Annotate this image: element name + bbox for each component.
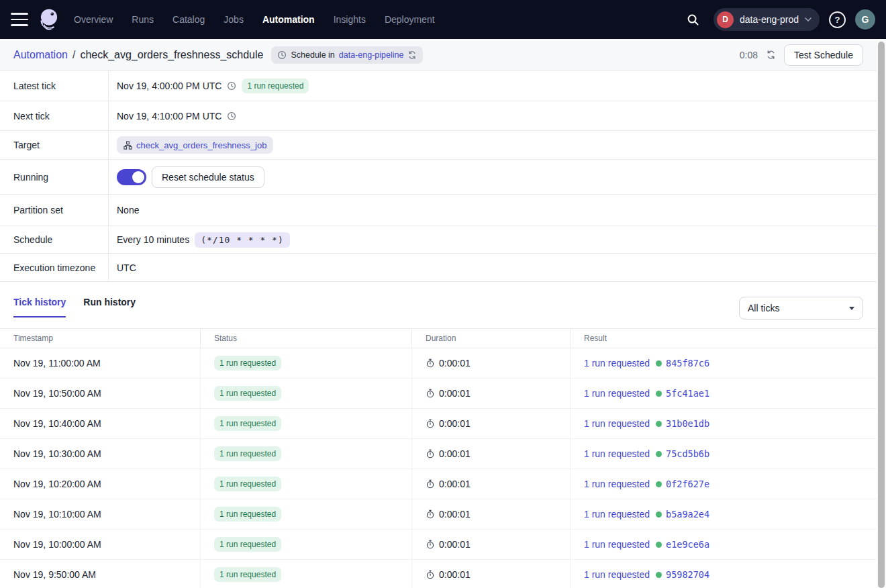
code-location-link[interactable]: data-eng-pipeline xyxy=(339,50,404,60)
tick-result-link[interactable]: 1 run requested xyxy=(584,448,650,459)
table-row: Nov 19, 10:10:00 AM 1 run requested 0:00… xyxy=(0,499,877,530)
tick-timestamp: Nov 19, 10:30:00 AM xyxy=(13,448,101,459)
stopwatch-icon xyxy=(426,358,435,368)
tick-filter-dropdown[interactable]: All ticks xyxy=(739,297,863,320)
tick-status-badge: 1 run requested xyxy=(214,446,281,461)
tick-table-rows: Nov 19, 11:00:00 AM 1 run requested 0:00… xyxy=(0,348,877,588)
nav-item-insights[interactable]: Insights xyxy=(334,14,366,25)
run-status-dot xyxy=(656,481,662,487)
schedule-description: Every 10 minutes xyxy=(117,234,189,245)
tick-status-badge: 1 run requested xyxy=(214,416,281,431)
running-label: Running xyxy=(0,160,109,194)
primary-nav: Overview Runs Catalog Jobs Automation In… xyxy=(74,14,435,25)
latest-tick-status-badge: 1 run requested xyxy=(242,79,309,93)
tick-result-link[interactable]: 1 run requested xyxy=(584,358,650,369)
test-schedule-button[interactable]: Test Schedule xyxy=(784,44,863,66)
nav-item-deployment[interactable]: Deployment xyxy=(385,14,435,25)
tick-filter-value: All ticks xyxy=(748,303,779,313)
nav-item-jobs[interactable]: Jobs xyxy=(224,14,244,25)
workspace-name: data-eng-prod xyxy=(740,14,799,25)
col-header-result: Result xyxy=(571,329,877,348)
stopwatch-icon xyxy=(426,449,435,458)
next-tick-value: Nov 19, 4:10:00 PM UTC xyxy=(117,111,222,121)
tick-duration: 0:00:01 xyxy=(439,448,471,459)
run-status-dot xyxy=(656,421,662,427)
vertical-scrollbar[interactable] xyxy=(877,39,886,588)
table-row: Nov 19, 10:20:00 AM 1 run requested 0:00… xyxy=(0,469,877,499)
nav-item-automation[interactable]: Automation xyxy=(262,14,315,25)
tab-tick-history[interactable]: Tick history xyxy=(13,297,66,317)
user-avatar[interactable]: G xyxy=(855,9,875,30)
tick-timestamp: Nov 19, 10:10:00 AM xyxy=(13,509,101,520)
target-label: Target xyxy=(0,131,109,159)
help-icon[interactable]: ? xyxy=(829,11,846,28)
table-row: Nov 19, 10:50:00 AM 1 run requested 0:00… xyxy=(0,379,877,409)
tick-result-link[interactable]: 1 run requested xyxy=(584,539,650,550)
table-header-row: Timestamp Status Duration Result xyxy=(0,328,877,348)
stopwatch-icon xyxy=(426,479,435,489)
run-id-link[interactable]: 31b0e1db xyxy=(666,418,709,429)
schedule-label: Schedule xyxy=(0,226,109,253)
run-id-link[interactable]: 0f2f627e xyxy=(666,479,709,489)
tick-timestamp: Nov 19, 9:50:00 AM xyxy=(13,569,96,580)
nav-item-overview[interactable]: Overview xyxy=(74,14,113,25)
latest-tick-row: Latest tick Nov 19, 4:00:00 PM UTC 1 run… xyxy=(0,71,877,101)
chevron-down-icon xyxy=(849,307,854,310)
tick-status-badge: 1 run requested xyxy=(214,356,281,371)
tick-timestamp: Nov 19, 11:00:00 AM xyxy=(13,358,101,369)
tick-result-link[interactable]: 1 run requested xyxy=(584,388,650,399)
search-icon[interactable] xyxy=(681,8,704,31)
run-id-link[interactable]: e1e9ce6a xyxy=(666,539,709,550)
tick-duration: 0:00:01 xyxy=(439,479,471,489)
run-id-link[interactable]: 5fc41ae1 xyxy=(666,388,709,399)
run-status-dot xyxy=(656,511,662,518)
tick-status-badge: 1 run requested xyxy=(214,477,281,491)
col-header-timestamp: Timestamp xyxy=(0,329,201,348)
next-tick-label: Next tick xyxy=(0,101,109,130)
target-job-name: check_avg_orders_freshness_job xyxy=(136,140,266,150)
stopwatch-icon xyxy=(426,540,435,549)
table-row: Nov 19, 10:40:00 AM 1 run requested 0:00… xyxy=(0,409,877,439)
breadcrumb-automation-link[interactable]: Automation xyxy=(13,49,68,61)
workspace-switcher[interactable]: D data-eng-prod xyxy=(713,8,820,31)
tick-timestamp: Nov 19, 10:20:00 AM xyxy=(13,479,101,489)
refresh-icon[interactable] xyxy=(766,50,776,60)
tick-duration: 0:00:01 xyxy=(439,539,471,550)
table-row: Nov 19, 9:50:00 AM 1 run requested 0:00:… xyxy=(0,560,877,588)
history-tabs: Tick history Run history All ticks xyxy=(0,282,877,320)
stopwatch-icon xyxy=(426,389,435,398)
nav-item-catalog[interactable]: Catalog xyxy=(173,14,205,25)
tick-result-link[interactable]: 1 run requested xyxy=(584,418,650,429)
tick-timestamp: Nov 19, 10:00:00 AM xyxy=(13,539,101,550)
tick-duration: 0:00:01 xyxy=(439,569,471,580)
breadcrumb-bar: Automation / check_avg_orders_freshness_… xyxy=(0,39,877,71)
cron-expression: (*/10 * * * *) xyxy=(195,232,290,248)
schedule-details: Latest tick Nov 19, 4:00:00 PM UTC 1 run… xyxy=(0,71,877,282)
tick-result-link[interactable]: 1 run requested xyxy=(584,569,650,580)
workspace-badge: D xyxy=(717,11,734,28)
target-row: Target check_avg_orders_freshness_job xyxy=(0,131,877,160)
run-id-link[interactable]: 75cd5b6b xyxy=(666,448,709,459)
run-id-link[interactable]: 95982704 xyxy=(666,569,709,580)
menu-icon[interactable] xyxy=(11,13,28,26)
run-id-link[interactable]: b5a9a2e4 xyxy=(666,509,709,520)
nav-item-runs[interactable]: Runs xyxy=(132,14,154,25)
tick-result-link[interactable]: 1 run requested xyxy=(584,509,650,520)
tab-run-history[interactable]: Run history xyxy=(83,297,136,317)
table-row: Nov 19, 10:00:00 AM 1 run requested 0:00… xyxy=(0,530,877,560)
run-id-link[interactable]: 845f87c6 xyxy=(666,358,709,369)
tick-duration: 0:00:01 xyxy=(439,358,471,369)
stopwatch-icon xyxy=(426,570,435,579)
run-status-dot xyxy=(656,542,662,548)
reset-schedule-status-button[interactable]: Reset schedule status xyxy=(152,166,264,188)
tick-result-link[interactable]: 1 run requested xyxy=(584,479,650,489)
sync-icon[interactable] xyxy=(407,50,417,60)
dagster-logo-icon[interactable] xyxy=(36,5,63,34)
partition-set-value: None xyxy=(117,205,139,215)
next-tick-row: Next tick Nov 19, 4:10:00 PM UTC xyxy=(0,101,877,131)
tick-duration: 0:00:01 xyxy=(439,509,471,520)
running-toggle[interactable] xyxy=(117,169,146,185)
chevron-down-icon xyxy=(805,17,811,21)
scrollbar-thumb[interactable] xyxy=(878,42,885,588)
target-job-chip[interactable]: check_avg_orders_freshness_job xyxy=(117,136,273,154)
